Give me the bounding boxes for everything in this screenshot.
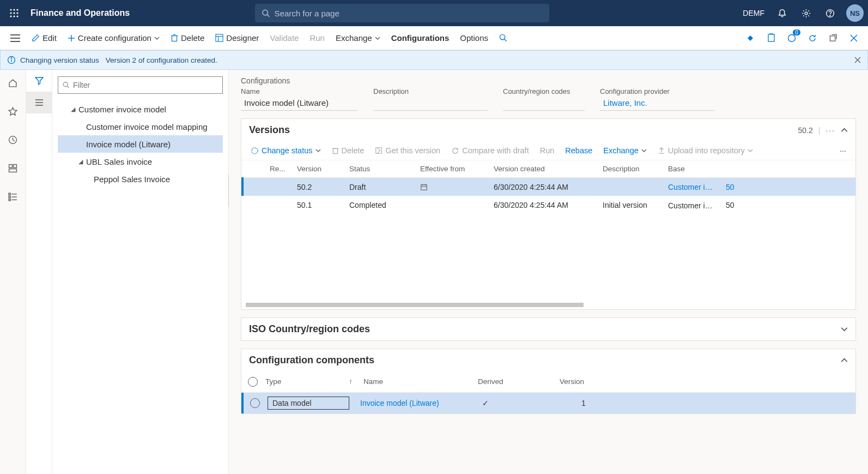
tree-node-peppol[interactable]: Peppol Sales Invoice	[58, 170, 223, 188]
gear-icon[interactable]	[795, 2, 817, 24]
attachment-icon[interactable]	[761, 28, 781, 48]
col-status[interactable]: Status	[344, 160, 415, 178]
designer-button[interactable]: Designer	[210, 31, 264, 45]
edit-button[interactable]: Edit	[26, 31, 62, 45]
component-name-link[interactable]: Invoice model (Litware)	[349, 399, 475, 407]
star-icon[interactable]	[4, 103, 22, 120]
help-icon[interactable]	[819, 2, 841, 24]
ver-exchange-button[interactable]: Exchange	[598, 143, 652, 158]
component-row[interactable]: Data model Invoice model (Litware) ✓ 1	[241, 393, 855, 413]
hamburger-icon[interactable]	[4, 27, 26, 49]
avatar[interactable]: NS	[846, 4, 864, 22]
compare-button[interactable]: Compare with draft	[446, 143, 534, 158]
validate-button[interactable]: Validate	[264, 31, 304, 45]
component-derived: ✓	[475, 399, 556, 407]
info-icon	[7, 56, 16, 64]
workspace-icon[interactable]	[4, 159, 22, 177]
global-search[interactable]	[255, 4, 549, 22]
component-type[interactable]: Data model	[268, 397, 349, 410]
col-type[interactable]: Type	[265, 377, 281, 386]
filter-input[interactable]	[73, 81, 218, 89]
svg-rect-19	[172, 36, 177, 41]
radio-icon[interactable]	[248, 377, 258, 387]
waffle-icon[interactable]	[4, 3, 24, 23]
diamond-icon[interactable]	[740, 28, 760, 48]
field-description: Description	[373, 87, 488, 111]
filter-box[interactable]	[58, 76, 223, 94]
configurations-tab[interactable]: Configurations	[386, 31, 455, 45]
svg-point-1	[13, 9, 15, 10]
cell[interactable]: 50	[720, 178, 855, 196]
options-button[interactable]: Options	[454, 31, 494, 45]
filter-tab[interactable]	[26, 70, 52, 92]
create-label: Create configuration	[78, 33, 151, 43]
svg-point-6	[10, 15, 11, 17]
calendar-icon[interactable]	[420, 183, 428, 191]
get-label: Get this version	[385, 146, 440, 155]
version-delete-button[interactable]: Delete	[327, 143, 369, 158]
company-code[interactable]: DEMF	[743, 9, 764, 17]
col-name[interactable]: Name	[353, 377, 478, 386]
app-title: Finance and Operations	[31, 8, 130, 18]
plus-icon	[68, 34, 75, 42]
field-name: NameInvoice model (Litware)	[241, 87, 358, 111]
base-link[interactable]: Customer in…	[668, 183, 715, 191]
tree-node-invoice-litware[interactable]: Invoice model (Litware)	[58, 135, 223, 153]
field-value[interactable]: Invoice model (Litware)	[241, 97, 358, 111]
provider-link[interactable]: Litware, Inc.	[600, 97, 714, 111]
create-configuration-button[interactable]: Create configuration	[62, 31, 165, 45]
popout-icon[interactable]	[823, 28, 843, 48]
cell: Completed	[344, 196, 415, 214]
more-button[interactable]: ···	[835, 143, 851, 158]
home-icon[interactable]	[4, 74, 22, 92]
notif-message: Version 2 of configuration created.	[106, 56, 217, 64]
bell-icon[interactable]	[771, 2, 793, 24]
chevron-down-icon[interactable]	[841, 326, 848, 333]
notifications-icon[interactable]: 0	[782, 28, 802, 48]
col-version[interactable]: Version	[560, 377, 614, 386]
field-value[interactable]	[373, 97, 488, 111]
close-icon[interactable]	[844, 28, 864, 48]
exchange-button[interactable]: Exchange	[330, 31, 386, 45]
col-version[interactable]: Version	[292, 160, 344, 178]
chevron-up-icon[interactable]	[841, 357, 848, 364]
col-base[interactable]: Base	[663, 160, 720, 178]
table-row[interactable]: 50.2 Draft 6/30/2020 4:25:44 AM Customer…	[242, 178, 855, 196]
field-value[interactable]	[503, 97, 585, 111]
more-icon[interactable]: ···	[825, 126, 835, 135]
list-tab[interactable]	[26, 92, 52, 113]
col-desc[interactable]: Description	[597, 160, 663, 178]
find-button[interactable]	[494, 31, 513, 45]
table-row[interactable]: 50.1 Completed 6/30/2020 4:25:44 AM Init…	[242, 196, 855, 214]
ver-run-label: Run	[540, 146, 555, 155]
search-input[interactable]	[275, 9, 543, 18]
col-derived[interactable]: Derived	[478, 377, 560, 386]
upload-button[interactable]: Upload into repository	[653, 143, 758, 158]
modules-icon[interactable]	[4, 188, 22, 205]
change-status-button[interactable]: Change status	[246, 143, 326, 158]
col-created[interactable]: Version created	[488, 160, 597, 178]
search-icon	[499, 34, 507, 42]
delete-button[interactable]: Delete	[165, 31, 210, 45]
tree-node-ubl[interactable]: ◢UBL Sales invoice	[58, 153, 223, 170]
rebase-button[interactable]: Rebase	[560, 143, 597, 158]
get-version-button[interactable]: Get this version	[370, 143, 445, 158]
recent-icon[interactable]	[4, 131, 22, 148]
h-scrollbar[interactable]	[246, 303, 584, 307]
run-button[interactable]: Run	[304, 31, 330, 45]
tree-node-mapping[interactable]: Customer invoice model mapping	[58, 118, 223, 135]
notif-close-icon[interactable]	[854, 57, 861, 63]
versions-toolbar: Change status Delete Get this version Co…	[241, 141, 855, 160]
radio-icon[interactable]	[250, 398, 260, 408]
refresh-icon[interactable]	[803, 28, 822, 48]
ver-run-button[interactable]: Run	[535, 143, 560, 158]
tree-node-root[interactable]: ◢Customer invoice model	[58, 100, 223, 118]
run-label: Run	[309, 33, 325, 43]
chevron-up-icon[interactable]	[841, 127, 848, 134]
versions-card: Versions 50.2 | ··· Change status Delete…	[241, 118, 856, 310]
side-tabs	[26, 70, 52, 474]
col-effective[interactable]: Effective from	[415, 160, 488, 178]
col-re[interactable]: Re...	[264, 160, 292, 178]
left-rail	[0, 70, 26, 474]
chevron-down-icon	[375, 35, 380, 41]
